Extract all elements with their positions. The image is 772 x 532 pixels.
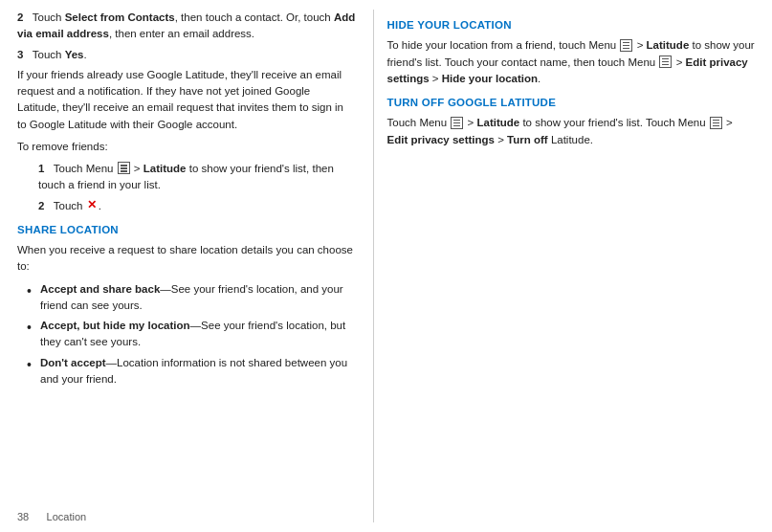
page-footer: 38 Location: [17, 509, 86, 525]
step-3-text-a: Touch: [33, 49, 65, 60]
page-container: 2 Touch Select from Contacts, then touch…: [0, 0, 772, 532]
menu-icon-4: [451, 117, 463, 129]
share-location-intro: When you receive a request to share loca…: [17, 242, 356, 276]
remove-step-1-text-b: >: [134, 163, 143, 174]
footer-label: Location: [47, 511, 87, 522]
page-number: 38: [17, 511, 29, 522]
bullet-item-2: • Accept, but hide my location—See your …: [27, 318, 356, 351]
left-column: 2 Touch Select from Contacts, then touch…: [0, 0, 373, 532]
remove-step-1-bold1: Latitude: [143, 163, 187, 174]
step-3-bold1: Yes: [65, 49, 84, 60]
friends-para: If your friends already use Google Latit…: [17, 67, 356, 133]
remove-heading: To remove friends:: [17, 139, 356, 155]
right-column: HIDE YOUR LOCATION To hide your location…: [374, 0, 772, 532]
bullet-list: • Accept and share back—See your friend'…: [27, 281, 356, 388]
remove-step-2-text-a: Touch: [54, 200, 86, 211]
share-location-heading: SHARE LOCATION: [17, 222, 356, 238]
bullet-1-text: Accept and share back—See your friend's …: [40, 281, 356, 315]
step-3-text-b: .: [84, 49, 87, 60]
step-2-text-b: , then touch a contact. Or, touch: [175, 11, 334, 23]
turn-off-heading: TURN OFF GOOGLE LATITUDE: [387, 95, 755, 111]
remove-step-2-num: 2: [38, 200, 44, 211]
bullet-dot-2: •: [27, 319, 36, 336]
hide-location-para: To hide your location from a friend, tou…: [387, 37, 755, 87]
bullet-3-text: Don't accept—Location information is not…: [40, 355, 356, 388]
remove-step-2-period: .: [99, 200, 101, 211]
step-3-num: 3: [17, 49, 23, 60]
menu-icon-1: [118, 162, 130, 174]
remove-step-1-text-a: Touch Menu: [54, 163, 114, 174]
step-2-num: 2: [17, 11, 23, 23]
bullet-item-1: • Accept and share back—See your friend'…: [27, 281, 356, 315]
bullet-2-text: Accept, but hide my location—See your fr…: [40, 318, 356, 351]
bullet-item-3: • Don't accept—Location information is n…: [27, 355, 356, 388]
step-2-bold1: Select from Contacts: [65, 11, 175, 23]
bullet-dot-1: •: [27, 282, 36, 299]
hide-location-heading: HIDE YOUR LOCATION: [387, 17, 755, 33]
remove-step-1: 1 Touch Menu > Latitude to show your fri…: [38, 161, 356, 194]
bullet-dot-3: •: [27, 356, 36, 373]
step-2: 2 Touch Select from Contacts, then touch…: [17, 10, 356, 43]
menu-icon-5: [710, 117, 722, 129]
turn-off-para: Touch Menu > Latitude to show your frien…: [387, 115, 755, 148]
remove-step-1-num: 1: [38, 163, 44, 174]
menu-icon-2: [620, 39, 632, 52]
menu-icon-3: [659, 55, 672, 68]
step-2-text-c: , then enter an email address.: [109, 28, 254, 39]
step-3: 3 Touch Yes.: [17, 47, 356, 63]
step-2-text-a: Touch: [33, 11, 65, 23]
remove-step-2: 2 Touch ✕.: [38, 198, 356, 214]
x-icon: ✕: [86, 199, 99, 211]
